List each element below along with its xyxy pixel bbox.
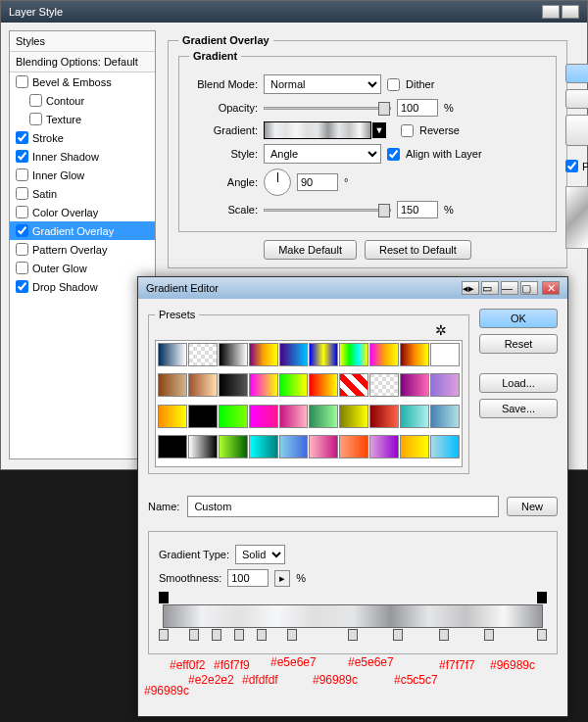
preset-swatch[interactable] [219, 435, 248, 458]
max-icon[interactable] [562, 5, 579, 19]
style-checkbox[interactable] [29, 94, 42, 107]
style-checkbox[interactable] [16, 75, 28, 88]
style-item[interactable]: Inner Shadow [10, 147, 155, 166]
style-checkbox[interactable] [16, 187, 28, 200]
style-item[interactable]: Satin [10, 184, 155, 203]
color-stop[interactable] [484, 629, 494, 641]
style-item[interactable]: Pattern Overlay [10, 240, 155, 259]
min-icon[interactable] [542, 5, 560, 19]
preset-swatch[interactable] [369, 343, 399, 366]
layer-style-titlebar[interactable]: Layer Style [1, 1, 587, 23]
color-stop[interactable] [393, 629, 403, 641]
preset-swatch[interactable] [279, 405, 309, 428]
style-checkbox[interactable] [16, 224, 28, 237]
style-select[interactable]: Angle [264, 144, 381, 164]
preset-swatch[interactable] [158, 435, 187, 458]
preset-swatch[interactable] [339, 435, 368, 458]
ge-save-button[interactable]: Save... [479, 399, 558, 418]
style-item[interactable]: Color Overlay [10, 203, 155, 221]
color-stop[interactable] [257, 629, 267, 641]
grad-type-select[interactable]: Solid [235, 545, 285, 564]
help-icon[interactable]: ◂▸ [462, 281, 479, 295]
style-checkbox[interactable] [16, 262, 28, 274]
preset-swatch[interactable] [339, 373, 368, 397]
gear-icon[interactable]: ✲ [435, 322, 447, 338]
style-checkbox[interactable] [16, 131, 28, 144]
style-checkbox[interactable] [16, 243, 28, 256]
preset-swatch[interactable] [400, 405, 429, 428]
preset-swatch[interactable] [158, 405, 187, 428]
styles-header[interactable]: Styles [10, 31, 155, 52]
preset-swatch[interactable] [249, 343, 278, 366]
ge-reset-button[interactable]: Reset [479, 334, 558, 354]
opacity-input[interactable] [397, 99, 438, 117]
preset-swatch[interactable] [369, 405, 399, 428]
color-stop[interactable] [287, 629, 297, 641]
color-stop[interactable] [537, 629, 547, 641]
style-item[interactable]: Bevel & Emboss [10, 72, 155, 91]
preset-swatch[interactable] [219, 405, 248, 428]
preset-swatch[interactable] [309, 435, 338, 458]
gradient-bar[interactable] [163, 604, 543, 628]
name-input[interactable] [187, 496, 499, 517]
opacity-stop[interactable] [537, 592, 547, 603]
reverse-checkbox[interactable] [401, 124, 414, 137]
preview-checkbox[interactable] [565, 160, 578, 172]
preset-swatch[interactable] [430, 343, 460, 366]
preset-swatch[interactable] [158, 373, 187, 397]
smoothness-input[interactable] [227, 569, 269, 587]
preset-swatch[interactable] [279, 373, 309, 397]
preset-swatch[interactable] [188, 435, 218, 458]
scale-slider[interactable] [264, 209, 391, 212]
color-stop[interactable] [189, 629, 199, 641]
preset-swatch[interactable] [400, 373, 429, 397]
opacity-slider[interactable] [264, 107, 391, 110]
preset-swatch[interactable] [188, 343, 218, 366]
ge-load-button[interactable]: Load... [479, 373, 558, 393]
roll-icon[interactable]: ▭ [481, 281, 499, 295]
ok-button[interactable]: OK [565, 64, 588, 83]
smoothness-stepper[interactable]: ▸ [274, 570, 290, 587]
style-item[interactable]: Contour [10, 91, 155, 110]
min-icon[interactable]: — [501, 281, 518, 295]
style-item[interactable]: Drop Shadow [10, 277, 155, 296]
color-stop[interactable] [348, 629, 358, 641]
preset-swatch[interactable] [339, 343, 368, 366]
style-checkbox[interactable] [16, 168, 28, 181]
preset-swatch[interactable] [249, 405, 278, 428]
style-item[interactable]: Inner Glow [10, 166, 155, 184]
color-stop[interactable] [159, 629, 169, 641]
gradient-editor-titlebar[interactable]: Gradient Editor ◂▸▭—▢✕ [138, 277, 567, 299]
preset-swatch[interactable] [369, 373, 399, 397]
style-item[interactable]: Outer Glow [10, 259, 155, 277]
new-style-button[interactable]: New Style... [565, 115, 588, 146]
preset-swatch[interactable] [309, 343, 338, 366]
preset-swatch[interactable] [219, 373, 248, 397]
opacity-stop[interactable] [159, 592, 169, 603]
ge-ok-button[interactable]: OK [479, 309, 558, 328]
align-layer-checkbox[interactable] [387, 148, 400, 161]
reset-default-button[interactable]: Reset to Default [365, 240, 471, 260]
preset-swatch[interactable] [400, 435, 429, 458]
preset-swatch[interactable] [279, 435, 309, 458]
preset-swatch[interactable] [430, 373, 460, 397]
max-icon[interactable]: ▢ [520, 281, 538, 295]
preset-swatch[interactable] [249, 373, 278, 397]
preset-swatch[interactable] [309, 373, 338, 397]
preset-swatch[interactable] [279, 343, 309, 366]
dither-checkbox[interactable] [387, 78, 400, 91]
style-item[interactable]: Texture [10, 110, 155, 128]
style-item[interactable]: Gradient Overlay [10, 221, 155, 240]
preset-swatch[interactable] [430, 405, 460, 428]
blending-header[interactable]: Blending Options: Default [10, 52, 155, 72]
color-stop[interactable] [439, 629, 449, 641]
preset-swatch[interactable] [339, 405, 368, 428]
preset-swatch[interactable] [158, 343, 187, 366]
style-checkbox[interactable] [29, 113, 42, 125]
style-item[interactable]: Stroke [10, 128, 155, 147]
make-default-button[interactable]: Make Default [264, 240, 357, 260]
scale-input[interactable] [397, 201, 438, 218]
blend-mode-select[interactable]: Normal [264, 74, 381, 94]
style-checkbox[interactable] [16, 150, 28, 163]
preset-swatch[interactable] [188, 373, 218, 397]
